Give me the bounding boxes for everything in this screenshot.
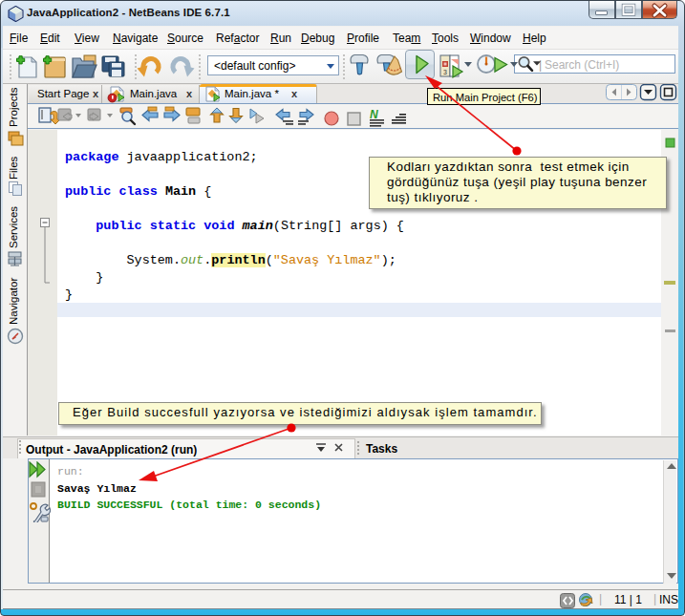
svg-text:3: 3 bbox=[443, 69, 447, 75]
svg-text:N: N bbox=[370, 108, 378, 121]
